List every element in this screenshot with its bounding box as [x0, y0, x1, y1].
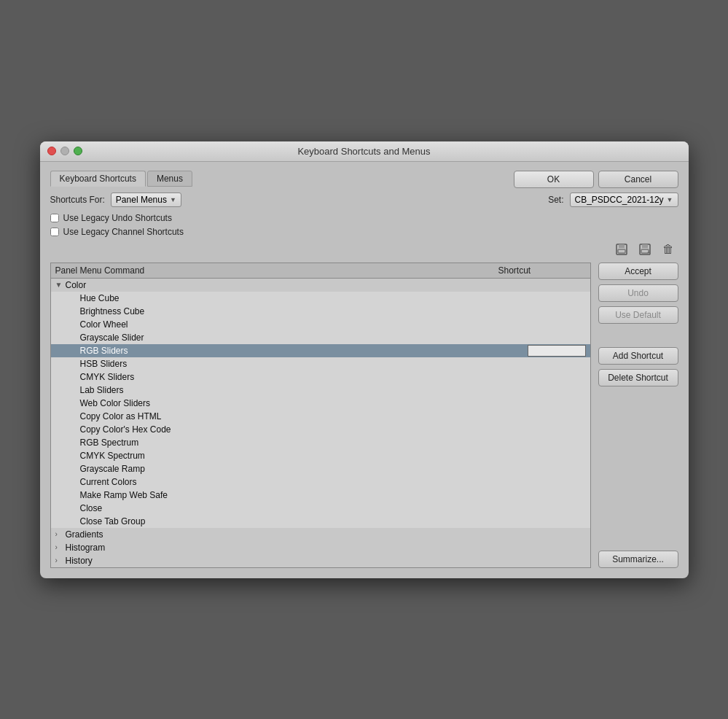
table-row[interactable]: Hue Cube — [51, 292, 590, 305]
shortcut-input-rgb-sliders[interactable] — [528, 345, 586, 357]
use-legacy-undo-label: Use Legacy Undo Shortcuts — [63, 213, 172, 223]
table-row[interactable]: Grayscale Ramp — [51, 462, 590, 475]
row-label: HSB Sliders — [66, 358, 586, 370]
use-legacy-channel-row: Use Legacy Channel Shortcuts — [50, 227, 678, 237]
row-label: Gradients — [66, 529, 586, 540]
svg-text:+: + — [647, 250, 650, 255]
expand-icon: › — [55, 556, 66, 564]
delete-set-icon[interactable]: 🗑 — [659, 241, 677, 258]
row-label: Lab Sliders — [66, 384, 586, 396]
shortcuts-table: Panel Menu Command Shortcut ▼ Color Hue … — [50, 263, 591, 568]
minimize-traffic-light[interactable] — [60, 147, 69, 155]
col-shortcut-header: Shortcut — [498, 265, 586, 276]
row-label: Brightness Cube — [66, 306, 586, 317]
row-label: CMYK Sliders — [66, 371, 586, 383]
window-title: Keyboard Shortcuts and Menus — [297, 146, 430, 157]
table-row[interactable]: › History — [51, 554, 590, 567]
expand-icon: › — [55, 543, 66, 551]
row-label: Grayscale Ramp — [66, 463, 586, 475]
table-row[interactable]: Close — [51, 502, 590, 515]
row-label: Copy Color's Hex Code — [66, 424, 586, 435]
right-buttons-column: Accept Undo Use Default Add Shortcut Del… — [598, 263, 678, 568]
add-shortcut-button[interactable]: Add Shortcut — [598, 347, 678, 365]
row-label: CMYK Spectrum — [66, 450, 586, 462]
save-set-as-icon[interactable]: + — [636, 241, 654, 258]
controls-row: Shortcuts For: Panel Menus ▼ Set: CB_PSD… — [50, 193, 678, 207]
row-label: History — [66, 555, 586, 567]
summarize-button[interactable]: Summarize... — [598, 551, 678, 568]
use-legacy-undo-checkbox[interactable] — [50, 214, 59, 222]
shortcuts-for-label: Shortcuts For: — [50, 195, 105, 205]
cancel-button[interactable]: Cancel — [598, 171, 678, 188]
table-row[interactable]: Make Ramp Web Safe — [51, 489, 590, 502]
use-legacy-undo-row: Use Legacy Undo Shortcuts — [50, 213, 678, 223]
svg-rect-1 — [619, 244, 625, 248]
main-window: Keyboard Shortcuts and Menus Keyboard Sh… — [40, 141, 689, 578]
main-area: Panel Menu Command Shortcut ▼ Color Hue … — [50, 263, 678, 568]
ok-button[interactable]: OK — [514, 171, 594, 188]
window-body: Keyboard Shortcuts Menus OK Cancel Short… — [40, 162, 689, 578]
toolbar-icons: + 🗑 — [50, 241, 678, 258]
close-traffic-light[interactable] — [47, 147, 56, 155]
table-row[interactable]: CMYK Spectrum — [51, 449, 590, 462]
row-label: Color Wheel — [66, 319, 586, 330]
row-label: Grayscale Slider — [66, 332, 586, 343]
delete-shortcut-button[interactable]: Delete Shortcut — [598, 369, 678, 386]
tab-menus[interactable]: Menus — [147, 171, 192, 187]
shortcuts-for-dropdown[interactable]: Panel Menus ▼ — [111, 193, 181, 207]
row-label: Close — [66, 502, 586, 514]
table-row[interactable]: Current Colors — [51, 475, 590, 489]
table-row[interactable]: ▼ Color — [51, 279, 590, 292]
maximize-traffic-light[interactable] — [74, 147, 82, 155]
row-label: Color — [66, 279, 586, 291]
col-command-header: Panel Menu Command — [55, 265, 498, 276]
row-label: Web Color Sliders — [66, 397, 586, 409]
table-row-rgb-sliders[interactable]: RGB Sliders — [51, 344, 590, 357]
table-row[interactable]: CMYK Sliders — [51, 370, 590, 384]
expand-icon: › — [55, 530, 66, 538]
row-label: Hue Cube — [66, 292, 586, 304]
undo-button[interactable]: Undo — [598, 284, 678, 302]
table-row[interactable]: Color Wheel — [51, 318, 590, 331]
table-row[interactable]: Web Color Sliders — [51, 397, 590, 410]
save-set-icon[interactable] — [613, 241, 630, 258]
table-row[interactable]: Brightness Cube — [51, 305, 590, 318]
tab-keyboard-shortcuts[interactable]: Keyboard Shortcuts — [50, 171, 146, 187]
use-default-button[interactable]: Use Default — [598, 306, 678, 324]
set-arrow: ▼ — [667, 196, 673, 203]
table-row[interactable]: Lab Sliders — [51, 384, 590, 397]
table-row[interactable]: Grayscale Slider — [51, 331, 590, 344]
accept-button[interactable]: Accept — [598, 263, 678, 280]
table-row[interactable]: › Histogram — [51, 541, 590, 554]
shortcuts-for-value: Panel Menus — [116, 195, 167, 205]
use-legacy-channel-checkbox[interactable] — [50, 228, 59, 236]
set-label: Set: — [548, 195, 563, 205]
table-row[interactable]: Copy Color as HTML — [51, 410, 590, 423]
table-row[interactable]: HSB Sliders — [51, 357, 590, 370]
svg-rect-4 — [642, 244, 648, 248]
use-legacy-channel-label: Use Legacy Channel Shortcuts — [63, 227, 184, 237]
collapse-icon: ▼ — [55, 281, 66, 289]
tabs-row: Keyboard Shortcuts Menus — [50, 171, 192, 187]
row-label: Close Tab Group — [66, 516, 586, 527]
table-row[interactable]: › Gradients — [51, 528, 590, 541]
row-label: Histogram — [66, 542, 586, 553]
titlebar: Keyboard Shortcuts and Menus — [40, 141, 689, 162]
table-row[interactable]: RGB Spectrum — [51, 436, 590, 449]
table-row[interactable]: Copy Color's Hex Code — [51, 423, 590, 436]
svg-rect-2 — [618, 249, 625, 253]
set-dropdown[interactable]: CB_PSDCC_2021-12y ▼ — [570, 193, 678, 207]
row-label: Copy Color as HTML — [66, 411, 586, 422]
row-label: RGB Spectrum — [66, 437, 586, 448]
set-value: CB_PSDCC_2021-12y — [575, 195, 664, 205]
row-label: Current Colors — [66, 476, 586, 488]
traffic-lights — [47, 147, 82, 155]
table-body: ▼ Color Hue Cube Brightness Cube Color W… — [51, 279, 590, 567]
shortcuts-for-arrow: ▼ — [170, 196, 176, 203]
row-label-rgb-sliders: RGB Sliders — [66, 345, 528, 357]
table-row[interactable]: Close Tab Group — [51, 515, 590, 528]
table-header: Panel Menu Command Shortcut — [51, 263, 590, 279]
row-label: Make Ramp Web Safe — [66, 489, 586, 501]
